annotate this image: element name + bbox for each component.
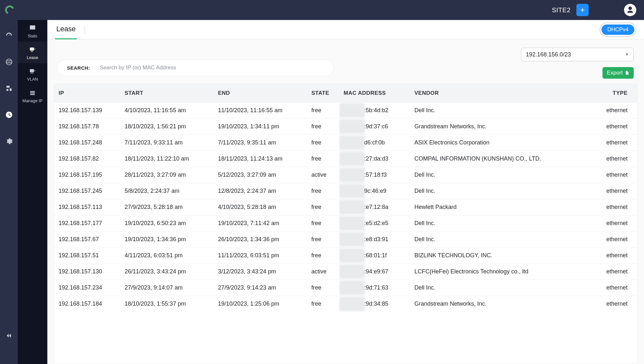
cell-vendor: Dell Inc. <box>410 280 599 296</box>
cell-type: ethernet <box>599 167 637 183</box>
sidenav-item-label: VLAN <box>27 77 38 82</box>
cell-vendor: ASIX Electronics Corporation <box>410 135 599 151</box>
cell-state: free <box>307 199 339 215</box>
cell-ip: 192.168.157.51 <box>54 248 120 264</box>
cell-ip: 192.168.157.113 <box>54 199 120 215</box>
cell-mac: :9d:71:63 <box>339 280 410 296</box>
cell-start: 18/11/2023, 11:22:10 am <box>120 151 213 167</box>
stats-icon <box>28 25 37 32</box>
tab-lease[interactable]: Lease <box>55 25 77 39</box>
rail-monitor-icon[interactable] <box>3 109 15 121</box>
cell-ip: 192.168.157.82 <box>54 151 120 167</box>
col-start[interactable]: START <box>120 84 213 103</box>
cell-state: active <box>307 167 339 183</box>
cell-mac: :e5:d2:e5 <box>339 215 410 231</box>
table-row[interactable]: 192.168.157.23427/9/2023, 9:14:07 am27/9… <box>54 280 637 296</box>
cell-mac: :e8:d3:91 <box>339 231 410 248</box>
cell-type: ethernet <box>599 296 637 312</box>
cell-end: 7/11/2023, 9:35:11 am <box>213 135 307 151</box>
cell-vendor: COMPAL INFORMATION (KUNSHAN) CO., LTD. <box>410 151 599 167</box>
cell-mac: d6:cf:0b <box>339 135 410 151</box>
file-icon <box>625 70 629 75</box>
cell-start: 26/11/2023, 3:43:24 pm <box>120 264 213 280</box>
table-row[interactable]: 192.168.157.1394/10/2023, 11:16:55 am11/… <box>54 103 637 119</box>
sidenav-item-stats[interactable]: Stats <box>18 20 47 42</box>
table-row[interactable]: 192.168.157.18418/10/2023, 1:55:37 pm19/… <box>54 296 637 312</box>
dhcp-version-toggle[interactable]: DHCPv4 <box>600 23 636 37</box>
cell-type: ethernet <box>599 135 637 151</box>
table-row[interactable]: 192.168.157.19528/11/2023, 3:27:09 am5/1… <box>54 167 637 183</box>
cell-state: free <box>307 135 339 151</box>
cell-ip: 192.168.157.139 <box>54 103 120 119</box>
cell-ip: 192.168.157.177 <box>54 215 120 231</box>
user-icon <box>626 6 634 14</box>
table-row[interactable]: 192.168.157.6719/10/2023, 1:34:36 pm26/1… <box>54 231 637 248</box>
col-vendor[interactable]: VENDOR <box>410 84 599 103</box>
table-row[interactable]: 192.168.157.7818/10/2023, 1:56:21 pm19/1… <box>54 119 637 135</box>
cell-mac: :5b:4d:b2 <box>339 103 410 119</box>
col-mac[interactable]: MAC ADDRESS <box>339 84 410 103</box>
cell-ip: 192.168.157.78 <box>54 119 120 135</box>
sidenav-item-label: Manage IP <box>23 98 43 103</box>
cell-end: 26/10/2023, 1:34:36 pm <box>213 231 307 248</box>
cell-type: ethernet <box>599 183 637 199</box>
rail-dns-icon[interactable] <box>3 56 15 68</box>
col-end[interactable]: END <box>213 84 307 103</box>
cell-start: 5/8/2023, 2:24:37 am <box>120 183 213 199</box>
table-row[interactable]: 192.168.157.11327/9/2023, 5:28:18 am4/10… <box>54 199 637 215</box>
add-button[interactable]: + <box>576 4 589 16</box>
cell-type: ethernet <box>599 119 637 135</box>
cell-end: 5/12/2023, 3:27:09 am <box>213 167 307 183</box>
cell-mac: :9d:34:85 <box>339 296 410 312</box>
cell-vendor: Dell Inc. <box>410 103 599 119</box>
cell-start: 19/10/2023, 6:50:23 am <box>120 215 213 231</box>
table-row[interactable]: 192.168.157.13026/11/2023, 3:43:24 pm3/1… <box>54 264 637 280</box>
rail-dashboard-icon[interactable] <box>3 30 15 41</box>
table-row[interactable]: 192.168.157.2487/11/2023, 9:33:11 am7/11… <box>54 135 637 151</box>
table-row[interactable]: 192.168.157.2455/8/2023, 2:24:37 am12/8/… <box>54 183 637 199</box>
topbar: SITE2 + <box>0 0 644 20</box>
subnet-select[interactable]: 192.168.156.0/23 ▼ <box>521 48 634 61</box>
rail-device-icon[interactable] <box>3 83 15 94</box>
cell-type: ethernet <box>599 248 637 264</box>
sidenav-item-manageip[interactable]: Manage IP <box>18 85 47 106</box>
cell-mac: :9d:37:c6 <box>339 119 410 135</box>
cell-vendor: LCFC(HeFei) Electronics Technology co., … <box>410 264 599 280</box>
cell-mac: 9c:46:e9 <box>339 183 410 199</box>
cell-start: 19/10/2023, 1:34:36 pm <box>120 231 213 248</box>
col-type[interactable]: TYPE <box>599 84 637 103</box>
search-label: SEARCH: <box>67 65 90 71</box>
table-row[interactable]: 192.168.157.8218/11/2023, 11:22:10 am18/… <box>54 151 637 167</box>
cell-start: 27/9/2023, 5:28:18 am <box>120 199 213 215</box>
cell-vendor: Hewlett Packard <box>410 199 599 215</box>
cell-vendor: BIZLINK TECHNOLOGY, INC. <box>410 248 599 264</box>
chevron-down-icon: ▼ <box>625 52 629 57</box>
col-state[interactable]: STATE <box>307 84 339 103</box>
export-label: Export <box>607 70 623 76</box>
cell-end: 4/10/2023, 5:28:18 am <box>213 199 307 215</box>
col-ip[interactable]: IP <box>54 84 120 103</box>
vlan-icon <box>28 68 37 75</box>
cell-state: free <box>307 151 339 167</box>
export-button[interactable]: Export <box>602 67 634 79</box>
cell-ip: 192.168.157.245 <box>54 183 120 199</box>
cell-start: 4/11/2023, 6:03:51 pm <box>120 248 213 264</box>
table-row[interactable]: 192.168.157.17719/10/2023, 6:50:23 am19/… <box>54 215 637 231</box>
table-row[interactable]: 192.168.157.514/11/2023, 6:03:51 pm11/11… <box>54 248 637 264</box>
cell-vendor: Dell Inc. <box>410 183 599 199</box>
rail-settings-icon[interactable] <box>3 135 15 147</box>
search-input[interactable] <box>100 64 324 71</box>
cell-end: 19/10/2023, 1:25:06 pm <box>213 296 307 312</box>
cell-ip: 192.168.157.130 <box>54 264 120 280</box>
cell-start: 28/11/2023, 3:27:09 am <box>120 167 213 183</box>
rail-collapse-icon[interactable] <box>3 330 15 341</box>
cell-state: active <box>307 264 339 280</box>
sidenav-item-vlan[interactable]: VLAN <box>18 63 47 85</box>
sidenav-item-lease[interactable]: Lease <box>18 42 47 63</box>
cell-state: free <box>307 183 339 199</box>
cell-type: ethernet <box>599 199 637 215</box>
cell-end: 11/11/2023, 6:03:51 pm <box>213 248 307 264</box>
user-avatar[interactable] <box>624 4 636 16</box>
cell-start: 7/11/2023, 9:33:11 am <box>120 135 213 151</box>
search-box: SEARCH: <box>57 59 334 76</box>
